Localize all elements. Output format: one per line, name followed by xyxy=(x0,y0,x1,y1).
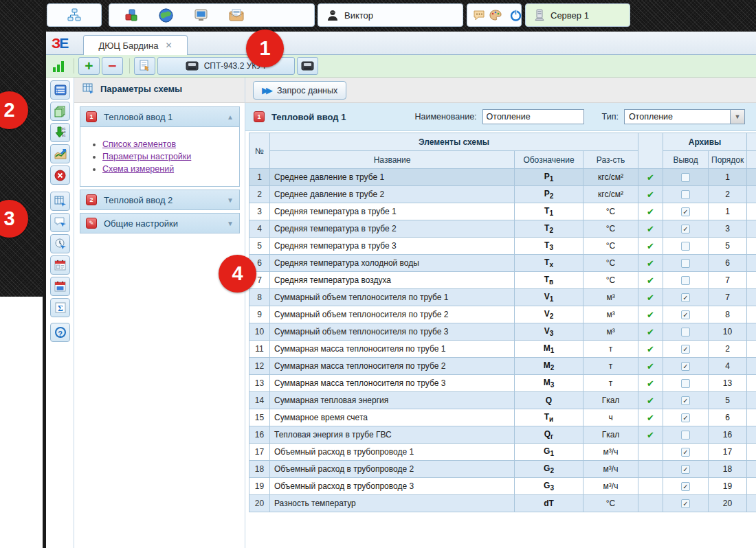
checkbox-checked[interactable]: ✓ xyxy=(681,345,690,354)
table-row[interactable]: 15Суммарное время счетаTич✔✓6 xyxy=(249,409,756,426)
checkbox-checked[interactable]: ✓ xyxy=(681,293,690,302)
sidebar-stop-button[interactable] xyxy=(50,165,70,185)
col-header-symbol[interactable]: Обозначение xyxy=(515,151,583,169)
table-row[interactable]: 12Суммарная масса теплоносителя по трубе… xyxy=(249,358,756,375)
table-row[interactable]: 6Средняя температура холодной водыTх°С✔6 xyxy=(249,255,756,272)
link-settings-params[interactable]: Параметры настройки xyxy=(102,152,191,161)
col-header-name[interactable]: Название xyxy=(270,151,515,169)
topbar-group-network[interactable] xyxy=(47,3,102,27)
messages-icon[interactable] xyxy=(473,10,485,21)
checkbox-checked[interactable]: ✓ xyxy=(681,310,690,319)
sidebar-list-button[interactable] xyxy=(50,80,70,100)
checkbox-checked[interactable]: ✓ xyxy=(681,396,690,405)
name-label: Наименование: xyxy=(414,112,476,122)
query-data-button[interactable]: ▶▶ Запрос данных xyxy=(253,81,346,100)
table-row[interactable]: 13Суммарная масса теплоносителя по трубе… xyxy=(249,375,756,392)
table-row[interactable]: 2Среднее давление в трубе 2P2кгс/см²✔2 xyxy=(249,186,756,203)
link-element-list[interactable]: Список элементов xyxy=(102,139,176,149)
col-group-elements[interactable]: Элементы схемы xyxy=(270,133,638,151)
checkbox-unchecked[interactable] xyxy=(681,431,690,439)
sidebar-table-export-button[interactable] xyxy=(50,192,70,211)
monitor-icon[interactable] xyxy=(194,8,208,22)
table-row[interactable]: 4Средняя температура в трубе 2T2°С✔✓3 xyxy=(249,220,756,238)
col-group-archives[interactable]: Архивы xyxy=(663,133,747,151)
table-row[interactable]: 3Средняя температура в трубе 1T1°С✔✓1 xyxy=(249,203,756,220)
sidebar-copy-button[interactable] xyxy=(50,102,70,121)
checkbox-checked[interactable]: ✓ xyxy=(681,448,690,457)
checkbox-checked[interactable]: ✓ xyxy=(681,465,690,474)
accordion-section-heat-input-2[interactable]: 2 Тепловой ввод 2 ▼ xyxy=(80,190,240,210)
checkbox-unchecked[interactable] xyxy=(681,190,690,199)
checkbox-unchecked[interactable] xyxy=(681,276,690,285)
table-row[interactable]: 10Суммарный объем теплоносителя по трубе… xyxy=(249,323,756,341)
checkbox-unchecked[interactable] xyxy=(681,242,690,251)
output-checkbox-cell: ✓ xyxy=(663,495,709,512)
sidebar-calendar-month-button[interactable] xyxy=(50,277,70,296)
accordion-section-heat-input-1[interactable]: 1 Тепловой ввод 1 ▲ xyxy=(80,106,240,127)
table-row[interactable]: 9Суммарный объем теплоносителя по трубе … xyxy=(249,306,756,323)
checkbox-unchecked[interactable] xyxy=(681,328,690,336)
components-icon[interactable] xyxy=(124,8,138,22)
output-checkbox-cell xyxy=(663,323,709,341)
add-button[interactable]: + xyxy=(78,57,100,75)
extra-cell xyxy=(747,426,756,444)
tab-close-icon[interactable]: ✕ xyxy=(166,41,173,50)
sidebar-comment-export-button[interactable] xyxy=(50,213,70,232)
mail-icon[interactable] xyxy=(229,9,244,21)
element-symbol-cell: G3 xyxy=(515,478,583,495)
table-row[interactable]: 1Среднее давление в трубе 1P1кгс/см²✔1 xyxy=(249,169,756,186)
link-measurement-scheme[interactable]: Схема измерений xyxy=(102,164,174,174)
sidebar-chart-button[interactable] xyxy=(50,144,70,163)
sidebar-download-data-button[interactable]: 011001 xyxy=(50,123,70,142)
icon-sidebar: 011001 Σ ? xyxy=(46,78,74,548)
col-header-unit[interactable]: Раз-сть xyxy=(583,151,638,169)
topbar-server-field[interactable]: Сервер 1 xyxy=(525,3,630,27)
checkbox-unchecked[interactable] xyxy=(681,379,690,388)
power-icon[interactable] xyxy=(510,10,522,21)
table-row[interactable]: 8Суммарный объем теплоносителя по трубе … xyxy=(249,289,756,306)
checkbox-checked[interactable]: ✓ xyxy=(681,413,690,422)
col-header-available[interactable] xyxy=(638,133,663,169)
col-header-extra[interactable]: Т xyxy=(747,151,756,169)
table-row[interactable]: 20Разность температурdT°С✓20 xyxy=(249,495,756,512)
globe-icon[interactable] xyxy=(159,8,173,23)
element-unit-cell: °С xyxy=(583,203,638,220)
sidebar-sum-button[interactable]: Σ xyxy=(50,298,70,317)
checkbox-unchecked[interactable] xyxy=(681,259,690,268)
checkbox-checked[interactable]: ✓ xyxy=(681,225,690,233)
checkbox-checked[interactable]: ✓ xyxy=(681,362,690,371)
tab-dyuts-bardina[interactable]: ДЮЦ Бардина ✕ xyxy=(83,35,188,55)
accordion-section-general-settings[interactable]: ✎ Общие настройки ▼ xyxy=(80,213,240,233)
archive-available-cell: ✔ xyxy=(638,186,663,203)
type-label: Тип: xyxy=(602,112,619,122)
checkbox-checked[interactable]: ✓ xyxy=(681,499,690,508)
table-row[interactable]: 18Объемный расход в трубопроводе 2G2м³/ч… xyxy=(249,461,756,478)
table-row[interactable]: 17Объемный расход в трубопроводе 1G1м³/ч… xyxy=(249,444,756,461)
sidebar-calendar-day-button[interactable] xyxy=(50,255,70,275)
element-unit-cell: т xyxy=(583,341,638,358)
name-input[interactable] xyxy=(482,109,584,124)
topbar-user-field[interactable]: Виктор xyxy=(318,3,463,27)
col-header-output[interactable]: Вывод xyxy=(663,151,709,169)
checkbox-checked[interactable]: ✓ xyxy=(681,207,690,216)
table-row[interactable]: 19Объемный расход в трубопроводе 3G3м³/ч… xyxy=(249,478,756,495)
table-row[interactable]: 14Суммарная тепловая энергияQГкал✔✓5 xyxy=(249,392,756,409)
type-select[interactable]: Отопление ▼ xyxy=(624,109,745,124)
element-symbol-cell: M3 xyxy=(515,375,583,392)
checkbox-unchecked[interactable] xyxy=(681,173,690,182)
table-row[interactable]: 11Суммарная масса теплоносителя по трубе… xyxy=(249,341,756,358)
device-pick-button[interactable] xyxy=(134,57,155,75)
table-row[interactable]: 7Средняя температура воздухаTв°С✔7 xyxy=(249,272,756,289)
archive-order-cell: 2 xyxy=(709,341,747,358)
col-header-num[interactable]: № xyxy=(249,133,270,169)
remove-button[interactable]: − xyxy=(102,57,123,75)
sidebar-help-button[interactable]: ? xyxy=(50,323,70,342)
checkbox-checked[interactable]: ✓ xyxy=(681,482,690,491)
element-symbol-cell: Q xyxy=(515,392,583,409)
table-row[interactable]: 5Средняя температура в трубе 3T3°С✔5 xyxy=(249,238,756,255)
device-secondary-button[interactable] xyxy=(297,57,318,75)
palette-icon[interactable] xyxy=(489,10,502,21)
col-header-order[interactable]: Порядок xyxy=(709,151,747,169)
table-row[interactable]: 16Тепловая энергия в трубе ГВСQгГкал✔16 xyxy=(249,426,756,444)
sidebar-time-export-button[interactable] xyxy=(50,234,70,253)
